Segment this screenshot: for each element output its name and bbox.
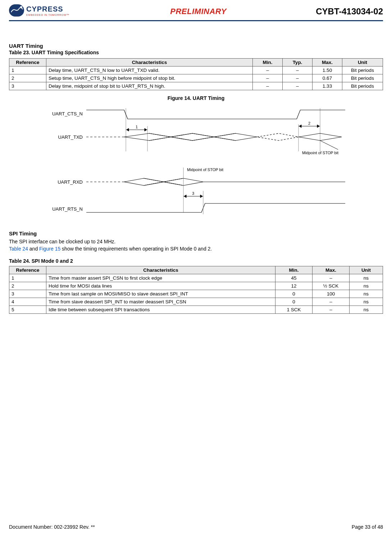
th-unit: Unit [342,59,383,66]
part-number: CYBT-413034-02 [316,6,383,17]
cell-min: 45 [275,274,313,282]
cell-max: 1.50 [313,66,342,74]
table-header-row: Reference Characteristics Min. Typ. Max.… [9,59,383,66]
table-row: 4 Time from slave deassert SPI_INT to ma… [9,298,383,306]
page-footer: Document Number: 002-23992 Rev. ** Page … [9,524,383,530]
table-row: 2 Hold time for MOSI data lines 12 ½ SCK… [9,282,383,290]
spi-line1: The SPI interface can be clocked up to 2… [9,239,383,244]
cell-min: 1 SCK [275,306,313,314]
text: show the timing requirements when operat… [60,246,212,252]
marker-1: 1 [136,125,138,129]
spi-heading: SPI Timing [9,230,383,237]
table-row: 5 Idle time between subsequent SPI trans… [9,306,383,314]
cell-char: Time from slave deassert SPI_INT to mast… [46,298,275,306]
cell-ref: 5 [9,306,46,314]
label-rxd: UART_RXD [58,179,83,185]
cell-min: – [253,66,283,74]
cell-ref: 3 [9,82,46,90]
label-midstop-upper: Midpoint of STOP bit [302,151,338,155]
link-table24[interactable]: Table 24 [9,246,28,252]
cell-unit: ns [350,274,383,282]
th-char: Characteristics [46,59,253,66]
th-max: Max. [313,266,350,274]
cell-max: 100 [313,290,350,298]
cell-ref: 1 [9,274,46,282]
svg-line-8 [320,141,338,150]
cell-char: Idle time between subsequent SPI transac… [46,306,275,314]
table23: Reference Characteristics Min. Typ. Max.… [9,58,383,90]
logo-block: CYPRESS EMBEDDED IN TOMORROW™ [9,4,81,19]
logo-subtext: EMBEDDED IN TOMORROW™ [26,13,69,17]
label-rts: UART_RTS_N [52,206,83,212]
cell-max: – [313,298,350,306]
marker-3: 3 [192,191,194,196]
table23-caption: Table 23. UART Timing Specifications [9,50,383,55]
cell-char: Setup time, UART_CTS_N high before midpo… [46,74,253,82]
cell-max: – [313,274,350,282]
label-midstop-lower: Midpoint of STOP bit [187,167,223,172]
cell-min: – [253,82,283,90]
th-char: Characteristics [46,266,275,274]
cell-unit: ns [350,306,383,314]
cell-char: Delay time, UART_CTS_N low to UART_TXD v… [46,66,253,74]
logo-text: CYPRESS [26,5,63,13]
th-unit: Unit [350,266,383,274]
cell-max: – [313,306,350,314]
cell-min: 12 [275,282,313,290]
cell-unit: ns [350,298,383,306]
th-ref: Reference [9,59,46,66]
label-cts: UART_CTS_N [52,111,83,116]
th-typ: Typ. [283,59,313,66]
table-header-row: Reference Characteristics Min. Max. Unit [9,266,383,274]
cell-ref: 1 [9,66,46,74]
cell-ref: 2 [9,74,46,82]
table-row: 2 Setup time, UART_CTS_N high before mid… [9,74,383,82]
table-row: 3 Delay time, midpoint of stop bit to UA… [9,82,383,90]
spi-line2: Table 24 and Figure 15 show the timing r… [9,246,383,252]
preliminary-label: PRELIMINARY [170,7,227,16]
th-ref: Reference [9,266,46,274]
cell-unit: Bit periods [342,82,383,90]
cell-typ: – [283,82,313,90]
page-header: CYPRESS EMBEDDED IN TOMORROW™ PRELIMINAR… [9,4,383,21]
cell-max: 1.33 [313,82,342,90]
cell-char: Time from master assert SPI_CSN to first… [46,274,275,282]
uart-heading: UART Timing [9,43,383,49]
cell-unit: ns [350,282,383,290]
label-txd: UART_TXD [58,134,83,140]
cell-ref: 2 [9,282,46,290]
cell-max: ½ SCK [313,282,350,290]
cell-char: Time from last sample on MOSI/MISO to sl… [46,290,275,298]
cell-unit: Bit periods [342,74,383,82]
svg-point-1 [20,6,22,8]
link-figure15[interactable]: Figure 15 [39,246,60,252]
cell-ref: 4 [9,298,46,306]
marker-2: 2 [308,121,310,125]
page-number: Page 33 of 48 [352,524,383,530]
table-row: 3 Time from last sample on MOSI/MISO to … [9,290,383,298]
cell-min: – [253,74,283,82]
th-max: Max. [313,59,342,66]
doc-number: Document Number: 002-23992 Rev. ** [9,524,95,530]
cell-char: Hold time for MOSI data lines [46,282,275,290]
cell-unit: ns [350,290,383,298]
cell-char: Delay time, midpoint of stop bit to UART… [46,82,253,90]
th-min: Min. [275,266,313,274]
table-row: 1 Delay time, UART_CTS_N low to UART_TXD… [9,66,383,74]
text: and [28,246,39,252]
cypress-logo-icon: CYPRESS EMBEDDED IN TOMORROW™ [9,4,81,19]
cell-min: 0 [275,298,313,306]
cell-max: 0.67 [313,74,342,82]
table-row: 1 Time from master assert SPI_CSN to fir… [9,274,383,282]
table24-caption: Table 24. SPI Mode 0 and 2 [9,258,383,264]
cell-ref: 3 [9,290,46,298]
figure14-diagram: UART_CTS_N UART_TXD 1 [43,105,349,220]
cell-typ: – [283,74,313,82]
cell-unit: Bit periods [342,66,383,74]
th-min: Min. [253,59,283,66]
table24: Reference Characteristics Min. Max. Unit… [9,266,383,314]
cell-typ: – [283,66,313,74]
figure14-caption: Figure 14. UART Timing [9,95,383,101]
cell-min: 0 [275,290,313,298]
